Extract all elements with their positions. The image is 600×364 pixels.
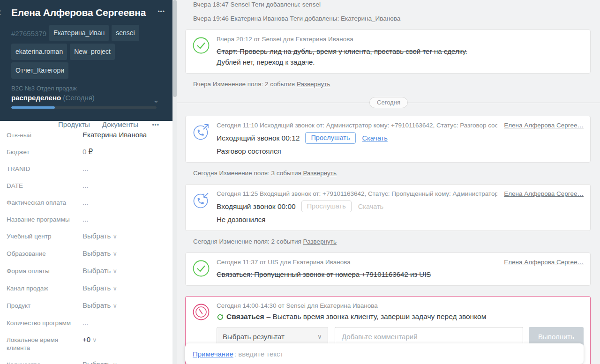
expand-link[interactable]: Развернуть [303, 238, 337, 245]
field-row: Учебный центрВыбрать∨ [7, 228, 166, 245]
field-label: DATE [7, 181, 82, 190]
chevron-down-icon: ∨ [112, 267, 117, 275]
activity-feed: Вчера 18:47 Sensei Теги добавлены: sense… [177, 0, 600, 364]
task-controls: Выбрать результат∨ Выполнить [217, 327, 584, 346]
download-link[interactable]: Скачать [362, 134, 388, 142]
contact-link[interactable]: Елена Алферова Сергее… [504, 259, 584, 266]
expand-link[interactable]: Развернуть [297, 81, 330, 88]
card-text: Связаться: Пропущенный звонок от номера … [217, 269, 584, 280]
chevron-down-icon: ∨ [112, 250, 117, 257]
field-row: Название программы... [7, 211, 166, 228]
contact-link[interactable]: Елена Алферова Сергее… [504, 122, 584, 129]
deal-header: ‹ Елена Алферова Сергеевна ••• #27655379… [0, 0, 172, 121]
field-value[interactable]: 0 ₽ [82, 147, 93, 156]
back-icon[interactable]: ‹ [0, 7, 1, 18]
card-text: Разговор состоялся [217, 146, 584, 156]
field-label: Продукт [7, 301, 82, 310]
field-label: Фактическая оплата [7, 198, 82, 207]
deal-tag[interactable]: ekaterina.roman [11, 44, 67, 60]
field-row: Форма оплатыВыбрать∨ [7, 262, 166, 280]
field-label: Образование [7, 249, 82, 258]
field-row: ПродуктВыбрать∨ [7, 297, 166, 314]
field-select[interactable]: Выбрать∨ [82, 301, 117, 310]
feed-card: Вчера 20:12 от Sensei для Екатерина Иван… [185, 30, 591, 74]
deal-menu-icon[interactable]: ••• [157, 7, 166, 17]
listen-button[interactable]: Прослушать [305, 132, 355, 144]
field-label: Бюджет [7, 147, 82, 156]
call-out [192, 123, 210, 141]
field-row: Локальное время клиента+0∨ [7, 331, 166, 356]
field-value[interactable]: ... [82, 198, 89, 207]
card-header: Сегодня 11:25 Входящий звонок от: +79101… [217, 190, 497, 197]
chevron-down-icon: ∨ [112, 285, 117, 292]
comment-input[interactable] [335, 327, 523, 346]
scrollbar-thumb[interactable] [173, 0, 177, 97]
card-header: Вчера 20:12 от Sensei для Екатерина Иван… [217, 36, 584, 43]
feed-card: Сегодня 11:25 Входящий звонок от: +79101… [185, 184, 591, 231]
card-header: Сегодня 11:37 от UIS для Екатерина Ивано… [217, 259, 497, 266]
tab-inactive[interactable]: Документы [102, 120, 138, 134]
note-placeholder: введите текст [238, 350, 283, 358]
note-separator: : [234, 350, 238, 358]
event-row: Вчера 18:47 Sensei Теги добавлены: sense… [193, 1, 591, 8]
field-value[interactable]: ... [82, 215, 89, 223]
check-icon [192, 260, 210, 277]
pipeline-block[interactable]: B2C №3 Отдел продаж распределено (Сегодн… [7, 85, 166, 102]
deal-id: #27655379 [11, 30, 46, 37]
task-type: Связаться [226, 312, 264, 321]
field-select[interactable]: Выбрать∨ [82, 266, 117, 275]
chevron-down-icon: ∨ [317, 333, 322, 340]
field-select[interactable]: +0∨ [82, 335, 97, 352]
tabs-more-icon[interactable]: ••• [152, 122, 159, 134]
field-value[interactable]: ... [82, 318, 89, 327]
pipeline-stage-note: (Сегодня) [63, 94, 94, 102]
deal-fields: Отв-ныйЕкатерина ИвановаБюджет0 ₽TRANID.… [0, 121, 172, 364]
sidebar-scrollbar[interactable] [172, 0, 177, 364]
deal-title: Елена Алферова Сергеевна [7, 7, 146, 18]
field-select[interactable]: Выбрать∨ [82, 249, 117, 258]
date-divider: Сегодня [177, 97, 600, 108]
feed-card: Сегодня 11:37 от UIS для Екатерина Ивано… [185, 253, 591, 286]
pipeline-name: B2C №3 Отдел продаж [11, 85, 166, 92]
deal-meta: #27655379Екатерина_Иванsenseiekaterina.r… [7, 25, 166, 81]
field-label: Учебный центр [7, 231, 82, 241]
pipeline-stage: распределено [11, 94, 61, 102]
field-select[interactable]: Выбрать∨ [82, 283, 117, 293]
tab-active[interactable]: Основное [11, 119, 46, 134]
field-select[interactable]: Выбрать∨ [82, 231, 117, 241]
field-label: Количество программ [7, 318, 82, 327]
call-row: Исходящий звонок 00:12 Прослушать Скачат… [217, 132, 584, 144]
stage-progress-bar[interactable] [11, 106, 157, 109]
deal-tag[interactable]: New_project [70, 44, 115, 60]
complete-button[interactable]: Выполнить [529, 327, 584, 346]
field-select[interactable]: Выбрать∨ [82, 360, 117, 364]
chevron-down-icon: ∨ [112, 233, 117, 240]
event-row: Сегодня Изменение поля: 2 события Развер… [193, 238, 591, 245]
chevron-down-icon[interactable]: ⌄ [153, 95, 159, 105]
tab-inactive[interactable]: Продукты [58, 120, 90, 134]
note-type-link[interactable]: Примечание [193, 350, 233, 358]
field-value[interactable]: ... [82, 181, 89, 190]
result-select[interactable]: Выбрать результат∨ [217, 327, 328, 346]
field-row: ОбразованиеВыбрать∨ [7, 245, 166, 262]
field-row: TRANID... [7, 160, 166, 177]
deal-tag[interactable]: Отчет_Категори [11, 62, 68, 79]
deal-tag[interactable]: sensei [112, 25, 139, 41]
contact-link[interactable]: Елена Алферова Сергее… [504, 190, 584, 197]
event-row: Вчера Изменение поля: 2 события Разверну… [193, 81, 591, 88]
card-text: Старт: Проверь лид на дубль, время у кли… [217, 46, 584, 57]
card-text: Дублей нет, переход к задаче. [217, 57, 584, 67]
field-row: Количество сертификатовВыбрать∨ [7, 356, 166, 364]
event-row: Вчера 19:46 Екатерина Иванова Теги добав… [193, 15, 591, 22]
deal-tag[interactable]: Екатерина_Иван [49, 25, 109, 41]
call-label: Исходящий звонок 00:12 [217, 134, 300, 142]
note-input-bar[interactable]: Примечание: введите текст [185, 343, 584, 364]
expand-link[interactable]: Развернуть [303, 170, 337, 177]
date-divider-label: Сегодня [369, 97, 408, 108]
chevron-down-icon: ∨ [112, 302, 117, 309]
sidebar-tabs: ОсновноеПродуктыДокументы••• [7, 119, 166, 134]
field-value[interactable]: ... [82, 164, 89, 173]
field-label: Название программы [7, 215, 82, 223]
call-row: Входящий звонок 00:00 Прослушать Скачать [217, 201, 584, 212]
field-label: Локальное время клиента [7, 335, 82, 352]
